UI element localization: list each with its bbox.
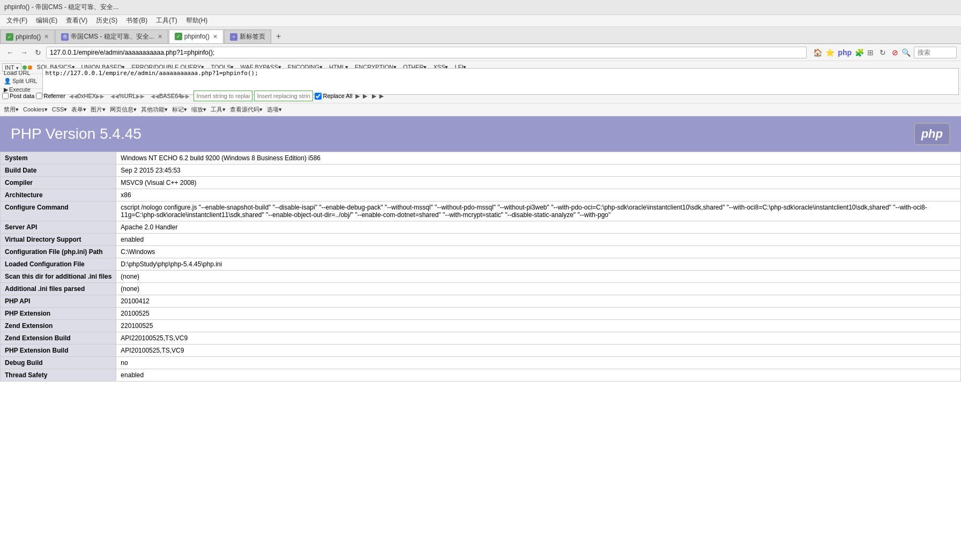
menu-item-f[interactable]: 文件(F) (2, 15, 32, 26)
toolbar-item-[interactable]: 禁用▾ (2, 105, 20, 114)
replace-arrow1[interactable]: ►► (354, 92, 369, 100)
address-bar: ← → ↻ 🏠 ⭐ php 🧩 ⊞ ↻ ⊘ 🔍 (0, 44, 961, 61)
execute-icon: ▶ (4, 86, 8, 93)
toolbar-item-[interactable]: 网页信息▾ (108, 105, 138, 114)
tab-tab2[interactable]: 帝帝国CMS - 稳定可靠、安全...✕ (55, 29, 168, 43)
reload-button[interactable]: ↻ (32, 47, 44, 58)
menu-item-t[interactable]: 工具(T) (152, 15, 181, 26)
forward-button[interactable]: → (18, 47, 30, 58)
table-row: Zend Extension BuildAPI220100525,TS,VC9 (1, 332, 961, 345)
toolbar-item-[interactable]: 查看源代码▾ (228, 105, 264, 114)
menu-item-s[interactable]: 历史(S) (92, 15, 122, 26)
table-cell-value: C:\Windows (116, 246, 961, 258)
new-tab-button[interactable]: + (272, 29, 285, 43)
base64-encode[interactable]: ◀◀ BASE64 ▶▶ (148, 92, 192, 100)
refresh-button[interactable]: ↻ (877, 47, 889, 58)
table-cell-value: D:\phpStudy\php\php-5.4.45\php.ini (116, 258, 961, 271)
tab-label: phpinfo() (184, 33, 210, 40)
php-logo: php (914, 123, 950, 145)
split-url-button[interactable]: 👤 Split URL (2, 77, 39, 85)
insert-string-input[interactable] (193, 91, 252, 101)
table-row: PHP Extension20100525 (1, 308, 961, 320)
table-row: Additional .ini files parsed(none) (1, 283, 961, 295)
table-cell-value: API220100525,TS,VC9 (116, 332, 961, 345)
table-row: Thread Safetyenabled (1, 369, 961, 382)
insert-replacing-input[interactable] (254, 91, 313, 101)
menu-item-e[interactable]: 编辑(E) (32, 15, 62, 26)
toolbar-item-[interactable]: 图片▾ (89, 105, 107, 114)
table-cell-value: MSVC9 (Visual C++ 2008) (116, 177, 961, 189)
main-content: PHP Version 5.4.45 php SystemWindows NT … (0, 116, 961, 560)
table-row: Build DateSep 2 2015 23:45:53 (1, 165, 961, 177)
tab-tab1[interactable]: ✓phpinfo()✕ (0, 29, 55, 43)
menu-item-h[interactable]: 帮助(H) (182, 15, 212, 26)
toolbar-item-[interactable]: 表单▾ (70, 105, 88, 114)
phpinfo-page: PHP Version 5.4.45 php SystemWindows NT … (0, 116, 961, 382)
table-cell-value: Windows NT ECHO 6.2 build 9200 (Windows … (116, 152, 961, 165)
sidebar-buttons: Load URL 👤 Split URL ▶ Execute (2, 69, 39, 94)
table-cell-key: Scan this dir for additional .ini files (1, 271, 116, 283)
windows-icon: ⊞ (867, 48, 874, 57)
tab-tab4[interactable]: +新标签页 (224, 29, 271, 43)
referrer-check[interactable]: Referrer (36, 93, 65, 99)
tab-favicon: + (230, 33, 237, 41)
table-cell-key: Loaded Configuration File (1, 258, 116, 271)
table-row: Server APIApache 2.0 Handler (1, 221, 961, 234)
url-textarea[interactable]: http://127.0.0.1/empire/e/admin/aaaaaaaa… (42, 68, 959, 95)
table-cell-value: Sep 2 2015 23:45:53 (116, 165, 961, 177)
toolbar-item-cookies[interactable]: Cookies▾ (21, 106, 49, 114)
table-row: Scan this dir for additional .ini files(… (1, 271, 961, 283)
table-row: Loaded Configuration FileD:\phpStudy\php… (1, 258, 961, 271)
home-icon[interactable]: 🏠 (813, 48, 822, 57)
table-row: Architecturex86 (1, 189, 961, 201)
table-cell-value: no (116, 357, 961, 369)
tab-close-btn[interactable]: ✕ (158, 33, 162, 40)
toolbar: 禁用▾Cookies▾CSS▾表单▾图片▾网页信息▾其他功能▾标记▾缩放▾工具▾… (0, 103, 961, 116)
post-data-checkbox[interactable] (2, 93, 9, 99)
table-cell-key: Configure Command (1, 201, 116, 221)
toolbar-item-[interactable]: 其他功能▾ (139, 105, 169, 114)
search-input[interactable] (914, 47, 957, 58)
toolbar-item-[interactable]: 工具▾ (209, 105, 227, 114)
table-cell-value: 20100525 (116, 308, 961, 320)
phpinfo-table: SystemWindows NT ECHO 6.2 build 9200 (Wi… (0, 152, 961, 382)
post-data-check[interactable]: Post data (2, 93, 34, 99)
menu-item-b[interactable]: 书签(B) (122, 15, 152, 26)
replace-all-checkbox[interactable] (315, 93, 322, 100)
replace-all-check[interactable]: Replace All (315, 93, 352, 100)
tab-close-btn[interactable]: ✕ (213, 33, 218, 40)
table-cell-value: 220100525 (116, 320, 961, 332)
toolbar-item-css[interactable]: CSS▾ (50, 106, 69, 114)
bookmark-icon[interactable]: ⭐ (825, 48, 835, 57)
referrer-checkbox[interactable] (36, 93, 42, 99)
load-url-button[interactable]: Load URL (2, 69, 39, 77)
oxhex-encode[interactable]: ◀◀ 0xHEX ▶▶ (67, 92, 107, 100)
table-cell-key: Additional .ini files parsed (1, 283, 116, 295)
table-cell-value: API20100525,TS,VC9 (116, 345, 961, 357)
toolbar-item-[interactable]: 选项▾ (265, 105, 284, 114)
title-bar: phpinfo() - 帝国CMS - 稳定可靠、安全... (0, 0, 961, 15)
menu-item-v[interactable]: 查看(V) (62, 15, 92, 26)
menu-bar: 文件(F)编辑(E)查看(V)历史(S)书签(B)工具(T)帮助(H) (0, 15, 961, 27)
toolbar-item-[interactable]: 缩放▾ (190, 105, 208, 114)
table-cell-key: Virtual Directory Support (1, 234, 116, 246)
table-cell-key: PHP Extension Build (1, 345, 116, 357)
back-button[interactable]: ← (4, 47, 16, 58)
tab-favicon: ✓ (6, 33, 13, 41)
pcturl-encode[interactable]: ◀◀ %URL ▶▶ (108, 92, 147, 100)
table-row: Zend Extension220100525 (1, 320, 961, 332)
table-cell-key: Thread Safety (1, 369, 116, 382)
content-area: PHP Version 5.4.45 php SystemWindows NT … (0, 116, 961, 560)
table-cell-value: (none) (116, 283, 961, 295)
tab-favicon: 帝 (61, 33, 69, 41)
address-input[interactable] (46, 47, 807, 58)
replace-arrow2[interactable]: ►► (370, 92, 385, 100)
table-cell-key: Compiler (1, 177, 116, 189)
php-icon: php (838, 48, 852, 57)
toolbar-item-[interactable]: 标记▾ (170, 105, 189, 114)
table-cell-key: Zend Extension Build (1, 332, 116, 345)
extension-icon: 🧩 (855, 48, 864, 57)
tab-tab3[interactable]: ✓phpinfo()✕ (169, 29, 224, 43)
tab-close-btn[interactable]: ✕ (44, 33, 49, 40)
table-cell-key: Configuration File (php.ini) Path (1, 246, 116, 258)
